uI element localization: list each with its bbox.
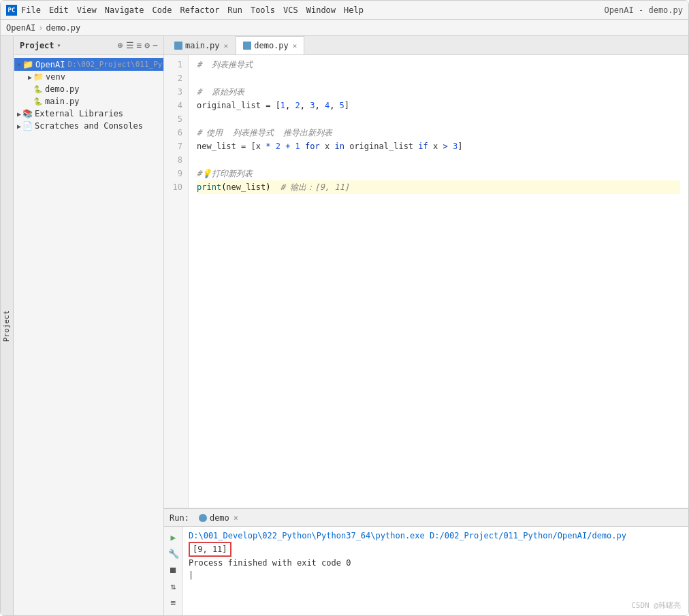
menu-refactor[interactable]: Refactor bbox=[180, 5, 219, 15]
close-icon[interactable]: − bbox=[153, 40, 158, 50]
code-line-5 bbox=[197, 112, 680, 126]
folder-icon-venv: 📁 bbox=[33, 72, 44, 82]
tab-close-main[interactable]: × bbox=[224, 42, 229, 50]
project-dropdown-arrow[interactable]: ▾ bbox=[57, 42, 61, 49]
code-line-8 bbox=[197, 153, 680, 167]
menu-window[interactable]: Window bbox=[306, 5, 336, 15]
scratches-name: Scratches and Consoles bbox=[35, 121, 143, 131]
code-line-10: print(new_list) # 输出：[9, 11] bbox=[197, 180, 680, 194]
file-icon-demo: 🐍 bbox=[33, 85, 43, 94]
editor-wrapper: main.py × demo.py × 1 2 3 4 5 6 bbox=[164, 36, 688, 616]
title-bar: PC File Edit View Navigate Code Refactor… bbox=[1, 1, 688, 20]
tree-item-venv[interactable]: ▶ 📁 venv bbox=[14, 71, 163, 83]
tree-item-main[interactable]: 🐍 main.py bbox=[14, 95, 163, 108]
code-line-1: # 列表推导式 bbox=[197, 58, 680, 71]
editor-tabs: main.py × demo.py × bbox=[164, 36, 688, 55]
folder-path-openai: D:\002_Project\011_Python\OpenAI bbox=[67, 60, 163, 69]
sidebar: Project Project ▾ ⊕ ☰ ≡ ⚙ − ▾ � bbox=[1, 36, 164, 616]
code-line-3: # 原始列表 bbox=[197, 85, 680, 99]
run-toolbar: ▶ 🔧 ⏹ ⇅ ≡ bbox=[164, 527, 183, 616]
code-line-2 bbox=[197, 71, 680, 85]
cursor-line: | bbox=[189, 569, 683, 581]
cmd-line: D:\001_Develop\022_Python\Python37_64\py… bbox=[189, 530, 683, 542]
expand-arrow-openai: ▾ bbox=[17, 61, 21, 68]
run-tab-icon bbox=[199, 514, 207, 522]
menu-navigate[interactable]: Navigate bbox=[105, 5, 144, 15]
main-layout: Project Project ▾ ⊕ ☰ ≡ ⚙ − ▾ � bbox=[1, 36, 688, 616]
tree-item-demo[interactable]: 🐍 demo.py bbox=[14, 83, 163, 95]
menu-code[interactable]: Code bbox=[153, 5, 172, 15]
menu-run[interactable]: Run bbox=[227, 5, 242, 15]
editor-area: main.py × demo.py × 1 2 3 4 5 6 bbox=[164, 36, 688, 508]
collapse-icon[interactable]: ≡ bbox=[137, 40, 142, 50]
tab-demo[interactable]: demo.py × bbox=[236, 36, 304, 54]
scroll-icon[interactable]: ☰ bbox=[126, 40, 134, 50]
tree-item-openai[interactable]: ▾ 📁 OpenAI D:\002_Project\011_Python\Ope… bbox=[14, 58, 163, 71]
code-line-6: # 使用 列表推导式 推导出新列表 bbox=[197, 126, 680, 140]
process-line: Process finished with exit code 0 bbox=[189, 557, 683, 569]
run-output[interactable]: D:\001_Develop\022_Python\Python37_64\py… bbox=[183, 527, 688, 616]
code-editor: 1 2 3 4 5 6 7 8 9 10 # 列表推导式 bbox=[164, 55, 688, 508]
menu-file[interactable]: File bbox=[21, 5, 41, 15]
menu-bar: File Edit View Navigate Code Refactor Ru… bbox=[21, 5, 364, 15]
menu-vcs[interactable]: VCS bbox=[283, 5, 298, 15]
menu-help[interactable]: Help bbox=[344, 5, 364, 15]
tab-close-demo[interactable]: × bbox=[293, 42, 298, 50]
run-panel: Run: demo × ▶ 🔧 ⏹ ⇅ ≡ D:\001_Develop\022… bbox=[164, 508, 688, 616]
run-tabs-bar: Run: demo × bbox=[164, 509, 688, 527]
project-tree: ▾ 📁 OpenAI D:\002_Project\011_Python\Ope… bbox=[14, 55, 163, 616]
tab-label-demo: demo.py bbox=[254, 41, 289, 50]
file-name-demo: demo.py bbox=[45, 84, 80, 94]
menu-tools[interactable]: Tools bbox=[251, 5, 275, 15]
code-line-4: original_list = [1, 2, 3, 4, 5] bbox=[197, 99, 680, 112]
menu-view[interactable]: View bbox=[77, 5, 97, 15]
watermark: CSDN @韩曙亮 bbox=[631, 600, 681, 611]
run-content: ▶ 🔧 ⏹ ⇅ ≡ D:\001_Develop\022_Python\Pyth… bbox=[164, 527, 688, 616]
ext-libs-name: External Libraries bbox=[35, 109, 123, 118]
file-name-main: main.py bbox=[45, 97, 80, 106]
library-icon: 📚 bbox=[22, 109, 33, 118]
run-tab-close[interactable]: × bbox=[234, 513, 238, 523]
tab-label-main: main.py bbox=[185, 41, 220, 50]
run-align-button[interactable]: ≡ bbox=[167, 596, 180, 609]
run-label: Run: bbox=[170, 513, 189, 523]
breadcrumb-item-1[interactable]: demo.py bbox=[46, 23, 81, 33]
folder-icon-openai: 📁 bbox=[22, 59, 33, 69]
project-title: Project bbox=[20, 41, 54, 50]
tab-icon-demo bbox=[243, 42, 251, 50]
run-wrench-button[interactable]: 🔧 bbox=[167, 547, 180, 560]
run-stop-button[interactable]: ⏹ bbox=[167, 564, 180, 576]
menu-edit[interactable]: Edit bbox=[49, 5, 69, 15]
expand-arrow-scratches: ▶ bbox=[17, 123, 21, 130]
sidebar-actions: ⊕ ☰ ≡ ⚙ − bbox=[118, 40, 158, 50]
tab-main[interactable]: main.py × bbox=[167, 36, 236, 54]
folder-name-venv: venv bbox=[46, 72, 65, 82]
code-line-7: new_list = [x * 2 + 1 for x in original_… bbox=[197, 140, 680, 153]
output-line: [9, 11] bbox=[189, 542, 683, 557]
window-title: OpenAI - demo.py bbox=[604, 5, 683, 15]
project-side-tab[interactable]: Project bbox=[2, 310, 11, 342]
sidebar-header: Project ▾ ⊕ ☰ ≡ ⚙ − bbox=[14, 36, 163, 55]
folder-name-openai: OpenAI bbox=[35, 60, 65, 69]
file-icon-main: 🐍 bbox=[33, 97, 43, 106]
scratch-icon: 📄 bbox=[22, 121, 33, 131]
expand-arrow-venv: ▶ bbox=[28, 74, 32, 81]
tree-item-ext-libs[interactable]: ▶ 📚 External Libraries bbox=[14, 108, 163, 120]
run-scroll-button[interactable]: ⇅ bbox=[167, 580, 180, 592]
run-play-button[interactable]: ▶ bbox=[167, 531, 180, 543]
result-highlight: [9, 11] bbox=[189, 542, 231, 557]
locate-icon[interactable]: ⊕ bbox=[118, 40, 123, 50]
expand-arrow-extlibs: ▶ bbox=[17, 110, 21, 118]
breadcrumb: OpenAI › demo.py bbox=[1, 20, 688, 36]
code-content[interactable]: # 列表推导式 # 原始列表 original_list = [1, 2, 3,… bbox=[189, 55, 688, 508]
tree-item-scratches[interactable]: ▶ 📄 Scratches and Consoles bbox=[14, 120, 163, 132]
code-line-9: #💡打印新列表 bbox=[197, 167, 680, 180]
run-tab-label: demo bbox=[210, 513, 229, 523]
settings-icon[interactable]: ⚙ bbox=[144, 40, 150, 50]
tab-icon-main bbox=[174, 42, 182, 50]
breadcrumb-item-0[interactable]: OpenAI bbox=[6, 23, 35, 33]
app-logo: PC bbox=[6, 5, 17, 16]
run-tab-demo[interactable]: demo × bbox=[193, 512, 244, 524]
breadcrumb-sep: › bbox=[38, 23, 43, 33]
line-numbers: 1 2 3 4 5 6 7 8 9 10 bbox=[164, 55, 189, 508]
